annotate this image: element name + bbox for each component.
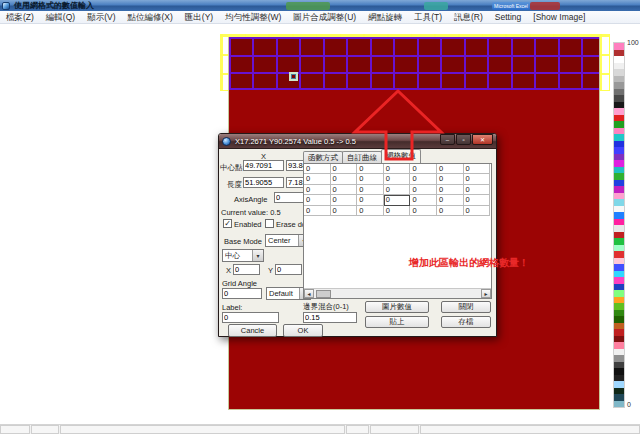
menu-item[interactable]: 點位編修(X) — [121, 11, 178, 24]
grid-cell[interactable]: 0 — [437, 174, 464, 184]
background-window-label: Microsoft Excel — [492, 2, 530, 10]
grid-cell[interactable]: 0 — [410, 206, 437, 216]
blend-label: 邊界混合(0-1) — [303, 302, 349, 312]
erase-dots-checkbox[interactable] — [265, 219, 274, 228]
status-segment — [370, 425, 419, 434]
status-segment — [420, 425, 640, 434]
palette-color-swatch[interactable] — [614, 401, 624, 408]
grid-values-table: 00000000000000000000000000000000000 — [304, 164, 490, 216]
grid-cell[interactable]: 0 — [304, 195, 331, 205]
scroll-right-icon[interactable]: ► — [481, 289, 491, 298]
menu-item[interactable]: Setting — [489, 11, 527, 24]
grid-cell[interactable]: 0 — [331, 195, 358, 205]
grid-cell[interactable]: 0 — [304, 174, 331, 184]
grid-cell[interactable]: 0 — [331, 206, 358, 216]
grid-cell[interactable]: 0 — [357, 174, 384, 184]
grid-angle-field[interactable] — [222, 288, 262, 299]
grid-cell[interactable]: 0 — [464, 174, 491, 184]
titlebar-artifact-green — [286, 2, 330, 10]
grid-cell[interactable]: 0 — [331, 164, 358, 174]
tab-custom-curve[interactable]: 自訂曲線 — [342, 151, 382, 163]
close-button[interactable]: 關閉 — [441, 301, 491, 313]
grid-values-list[interactable]: 00000000000000000000000000000000000 增加此區… — [303, 163, 492, 299]
grid-cell[interactable]: 0 — [464, 185, 491, 195]
grid-cell[interactable]: 0 — [464, 164, 491, 174]
grid-cell[interactable]: 0 — [437, 185, 464, 195]
menu-item[interactable]: 檔案(Z) — [0, 11, 40, 24]
minimize-icon[interactable]: – — [440, 134, 455, 145]
axis-angle-label: AxisAngle — [234, 195, 267, 204]
label-field[interactable] — [222, 312, 279, 323]
anchor-mode-select[interactable]: 中心 ▾ — [222, 249, 264, 262]
status-segment — [0, 425, 30, 434]
cancel-button[interactable]: Cancle — [228, 324, 277, 337]
base-mode-value: Center — [266, 236, 298, 245]
status-segment — [346, 425, 369, 434]
grid-cell[interactable]: 0 — [304, 185, 331, 195]
menu-item[interactable]: 工具(T) — [408, 11, 448, 24]
label-field-label: Label: — [222, 303, 242, 312]
grid-cell[interactable]: 0 — [357, 164, 384, 174]
scale-min-label: 0 — [627, 401, 631, 408]
center-x-field[interactable] — [243, 160, 284, 171]
current-value-text: Current value: 0.5 — [221, 208, 281, 217]
horizontal-scrollbar[interactable]: ◄ ► — [304, 288, 491, 298]
grid-cell[interactable]: 0 — [384, 195, 411, 205]
blend-field[interactable] — [303, 312, 357, 323]
grid-cell[interactable]: 0 — [410, 195, 437, 205]
scrollbar-thumb[interactable] — [316, 290, 331, 298]
chevron-down-icon[interactable]: ▾ — [252, 250, 263, 261]
grid-cell[interactable]: 0 — [357, 206, 384, 216]
dialog-titlebar[interactable]: X17.2671 Y90.2574 Value 0.5 -> 0.5 – ▫ ✕ — [219, 134, 496, 149]
maximize-icon[interactable]: ▫ — [456, 134, 471, 145]
grid-band-purple — [229, 37, 599, 90]
menu-item[interactable]: 網點旋轉 — [362, 11, 408, 24]
menu-item[interactable]: [Show Image] — [527, 11, 591, 24]
grid-cell[interactable]: 0 — [464, 195, 491, 205]
length-x-field[interactable] — [243, 177, 284, 188]
menu-item[interactable]: 編輯(Q) — [40, 11, 81, 24]
grid-cell[interactable]: 0 — [464, 206, 491, 216]
menu-item[interactable]: 訊息(R) — [448, 11, 489, 24]
grid-cell[interactable]: 0 — [410, 185, 437, 195]
status-bar — [0, 424, 640, 434]
enabled-label: Enabled — [234, 220, 262, 229]
base-mode-label: Base Mode — [224, 237, 262, 246]
grid-cell[interactable]: 0 — [331, 185, 358, 195]
tab-grid-values[interactable]: 網格數值 — [381, 149, 421, 163]
grid-cell[interactable]: 0 — [357, 185, 384, 195]
grid-cell[interactable]: 0 — [384, 164, 411, 174]
dialog-title: X17.2671 Y90.2574 Value 0.5 -> 0.5 — [235, 137, 356, 146]
offset-y-field[interactable] — [275, 264, 302, 275]
offset-x-field[interactable] — [233, 264, 260, 275]
grid-cell[interactable]: 0 — [384, 174, 411, 184]
grid-cell[interactable]: 0 — [384, 206, 411, 216]
enabled-checkbox[interactable]: ✓ — [223, 219, 232, 228]
menu-item[interactable]: 匯出(Y) — [179, 11, 219, 24]
grid-cell[interactable]: 0 — [384, 185, 411, 195]
tab-function-mode[interactable]: 函數方式 — [303, 151, 343, 163]
grid-cell[interactable]: 0 — [437, 164, 464, 174]
grid-cell[interactable]: 0 — [437, 206, 464, 216]
menu-item[interactable]: 顯示(V) — [81, 11, 121, 24]
dialog-icon — [222, 137, 231, 146]
menu-item[interactable]: 圖片合成調整(U) — [287, 11, 362, 24]
scroll-left-icon[interactable]: ◄ — [304, 289, 314, 298]
save-button[interactable]: 存檔 — [441, 316, 491, 328]
image-values-button[interactable]: 圖片數值 — [365, 301, 429, 313]
grid-value-dialog: X17.2671 Y90.2574 Value 0.5 -> 0.5 – ▫ ✕… — [218, 133, 497, 337]
selected-grid-cell-marker[interactable] — [289, 72, 298, 81]
ok-button[interactable]: OK — [283, 324, 323, 337]
length-label: 長度 — [220, 180, 242, 190]
color-scale-strip — [613, 42, 625, 408]
close-icon[interactable]: ✕ — [472, 134, 493, 145]
grid-cell[interactable]: 0 — [331, 174, 358, 184]
grid-cell[interactable]: 0 — [357, 195, 384, 205]
menu-item[interactable]: 均勻性調整(W) — [219, 11, 287, 24]
grid-cell[interactable]: 0 — [410, 164, 437, 174]
grid-cell[interactable]: 0 — [437, 195, 464, 205]
paste-button[interactable]: 貼上 — [365, 316, 429, 328]
grid-cell[interactable]: 0 — [410, 174, 437, 184]
grid-cell[interactable]: 0 — [304, 164, 331, 174]
grid-cell[interactable]: 0 — [304, 206, 331, 216]
